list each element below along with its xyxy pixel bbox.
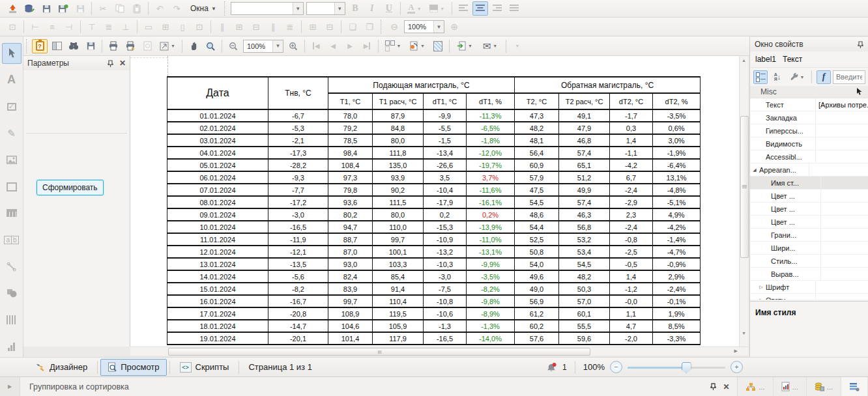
watermark-button[interactable] [430,39,446,53]
horizontal-scrollbar[interactable]: ▶ [130,346,748,356]
rich-text-tool[interactable]: ✎ [2,123,22,144]
space-horizontally-button[interactable]: ∥ [214,20,230,34]
property-value[interactable] [815,294,868,300]
toolbar-drag-handle[interactable] [26,39,29,53]
property-row-color-3[interactable]: Цвет ... [750,216,868,229]
property-value[interactable] [820,203,868,215]
zoom-slider[interactable] [628,362,725,373]
property-row-text[interactable]: Текст[Архивы потре... [750,98,868,111]
design-zoom-combo[interactable]: 100%▼ [404,20,444,33]
dock-tab-field-list[interactable] [841,377,868,396]
align-tops-button[interactable]: ⊤ [84,20,100,34]
property-value[interactable] [820,190,868,202]
save-all-button[interactable] [72,1,88,16]
copy-button[interactable] [112,1,128,16]
bold-button[interactable]: B [347,1,363,16]
barcode-tool[interactable] [2,309,22,330]
close-icon[interactable]: ✕ [119,59,126,68]
zoom-in-button[interactable]: + [731,361,743,373]
export-button[interactable]: ▼ [405,39,429,53]
align-bottoms-button[interactable]: ⊥ [118,20,134,34]
align-left-button[interactable] [456,1,471,16]
selected-object-row[interactable]: label1 Текст [750,51,868,68]
expander-icon[interactable]: ▷ [757,285,766,290]
property-row-style[interactable]: Стиль... [750,255,868,268]
previous-page-button[interactable]: ◀ [325,39,341,53]
scroll-right-icon[interactable]: ▶ [734,348,738,354]
property-row-style-name[interactable]: Имя ст... [750,177,868,190]
tab-scripts[interactable]: <> Скрипты [173,359,237,376]
make-same-height-button[interactable]: ▯ [175,20,190,34]
windows-menu[interactable]: Окна▼ [186,1,221,16]
send-email-button[interactable]: ✉ ▼ [478,39,502,53]
center-horizontally-button[interactable]: ⊞ [305,20,321,34]
highlight-color-button[interactable]: ▼ [426,1,448,16]
make-same-width-button[interactable]: ▭ [141,20,156,34]
property-search-input[interactable] [833,70,865,84]
property-value[interactable] [815,111,868,124]
checkbox-tool[interactable]: ✓ [2,96,22,117]
property-row-visibility[interactable]: Видимость [750,137,868,150]
size-to-grid-button[interactable]: ⊡ [5,20,20,34]
picture-tool[interactable] [2,150,22,171]
property-row-font[interactable]: ▷Шрифт [750,281,868,294]
dock-tab-data-sources[interactable]: ... [807,377,841,396]
preview-zoom-combo[interactable]: 100%▼ [243,40,283,53]
table-tool[interactable] [2,203,22,224]
property-value[interactable] [809,163,868,176]
property-row-width[interactable]: Шири... [750,242,868,255]
shapes-tool[interactable] [2,283,22,304]
property-row-borders[interactable]: Грани... [750,229,868,242]
vertical-scrollbar[interactable]: ▲ ▼ [739,56,748,346]
italic-button[interactable]: I [364,1,380,16]
generate-report-button[interactable]: Сформировать [36,180,104,195]
dock-tab-report-checker[interactable]: ... [774,377,807,396]
tab-designer[interactable]: Дизайнер [29,359,94,376]
center-vertically-button[interactable]: ⊟ [322,20,338,34]
underline-button[interactable]: U [381,1,397,16]
property-value[interactable] [815,137,868,150]
page-layout-button[interactable]: ▼ [382,39,404,53]
pin-icon[interactable] [858,41,863,48]
quick-print-button[interactable] [123,39,138,53]
close-icon[interactable]: ✕ [723,382,729,391]
property-value[interactable] [820,216,868,228]
property-value[interactable] [815,150,868,163]
zoom-out-button[interactable]: ⊖ [386,20,402,34]
property-value[interactable]: [Архивы потре... [815,98,868,111]
property-row-color-1[interactable]: Цвет ... [750,190,868,203]
property-row-alignment[interactable]: Вырав... [750,268,868,281]
font-family-combo[interactable]: ▼ [231,2,304,15]
align-rights-button[interactable]: ⊣ [61,20,77,34]
save-preview-button[interactable] [83,39,98,53]
undo-button[interactable]: ↶ [152,1,167,16]
property-value[interactable] [820,242,868,254]
zoom-slider-thumb[interactable] [682,362,691,374]
property-value[interactable] [820,229,868,241]
scale-button[interactable]: ▼ [156,39,179,53]
run-report-button[interactable] [5,1,20,16]
size-both-to-grid-button[interactable]: ⊡ [192,20,207,34]
notifications-bell-icon[interactable] [546,362,557,373]
bring-to-front-button[interactable]: ❏ [345,20,360,34]
hand-tool-button[interactable] [186,39,201,53]
scroll-down-icon[interactable]: ▼ [740,329,748,337]
property-row-bookmark[interactable]: Закладка [750,111,868,124]
expander-icon[interactable]: ▷ [757,298,766,300]
zoom-out-button[interactable]: − [610,361,622,373]
decrease-horizontal-space-button[interactable]: ⊟ [248,20,264,34]
zoom-out-button[interactable] [225,39,241,53]
property-row-appearance[interactable]: ◢Appearan... [750,163,868,177]
remove-vertical-space-button[interactable]: ≣ [282,20,298,34]
property-row-hyperlink[interactable]: Гиперссы... [750,124,868,137]
font-color-button[interactable]: A ▼ [404,1,425,16]
property-value[interactable] [820,177,868,189]
expressions-button[interactable]: f [817,70,831,84]
dock-tab-report-tree[interactable]: ... [738,377,773,396]
zoom-tool-button[interactable] [203,39,218,53]
find-button[interactable] [66,39,81,53]
redo-button[interactable]: ↷ [169,1,184,16]
save-as-button[interactable] [55,1,71,16]
align-lefts-button[interactable]: ⊢ [27,20,43,34]
zoom-in-button[interactable]: ⊕ [446,20,462,34]
